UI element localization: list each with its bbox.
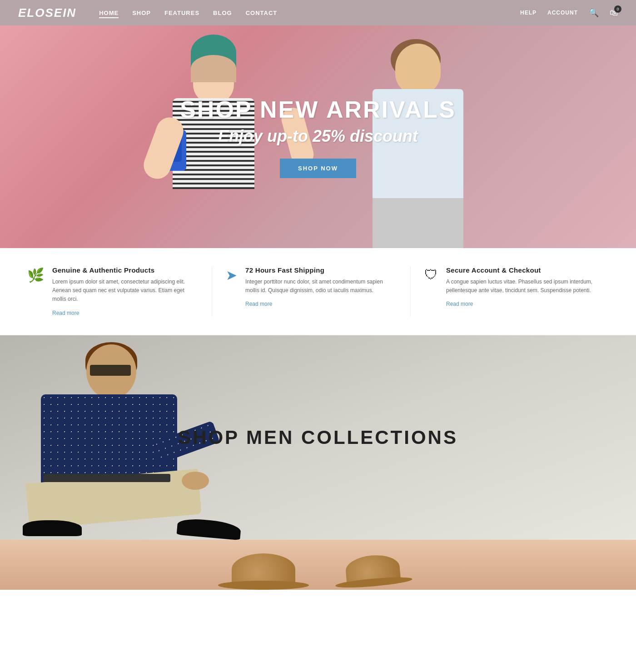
nav: HOME SHOP FEATURES BLOG CONTACT bbox=[99, 9, 277, 17]
genuine-icon: 🌿 bbox=[27, 267, 44, 283]
hero-content: SHOP NEW ARRIVALS Enjoy up-to 25% discou… bbox=[180, 96, 456, 178]
logo[interactable]: ELOSEIN bbox=[18, 6, 76, 20]
hero-title: SHOP NEW ARRIVALS bbox=[180, 96, 456, 123]
man-shoe-right bbox=[177, 518, 242, 540]
header: ELOSEIN HOME SHOP FEATURES BLOG CONTACT … bbox=[0, 0, 636, 25]
features-bar: 🌿 Genuine & Authentic Products Lorem ips… bbox=[0, 248, 636, 335]
shipping-read-more[interactable]: Read more bbox=[245, 301, 272, 307]
hat-decoration-right bbox=[333, 544, 413, 589]
search-icon: 🔍 bbox=[589, 8, 599, 17]
search-button[interactable]: 🔍 bbox=[589, 8, 599, 18]
secure-icon: 🛡 bbox=[424, 267, 438, 283]
hero-section: SHOP NEW ARRIVALS Enjoy up-to 25% discou… bbox=[0, 25, 636, 248]
man-col-belt bbox=[43, 474, 170, 482]
account-link[interactable]: ACCOUNT bbox=[547, 10, 578, 16]
men-collection-title-wrapper: SHOP MEN COLLECTIONS bbox=[178, 427, 458, 448]
man-shoe-left bbox=[23, 520, 82, 536]
peach-section bbox=[0, 540, 636, 590]
feature-genuine: 🌿 Genuine & Authentic Products Lorem ips… bbox=[27, 266, 212, 317]
shipping-icon: ➤ bbox=[226, 267, 237, 283]
feature-secure: 🛡 Secure Account & Checkout A congue sap… bbox=[424, 266, 609, 317]
feature-secure-content: Secure Account & Checkout A congue sapie… bbox=[446, 266, 595, 308]
nav-shop[interactable]: SHOP bbox=[132, 10, 151, 16]
feature-shipping: ➤ 72 Hours Fast Shipping Integer porttit… bbox=[226, 266, 411, 317]
nav-contact[interactable]: CONTACT bbox=[246, 10, 278, 16]
man-col-hand bbox=[182, 472, 209, 490]
man-head bbox=[395, 44, 441, 94]
secure-read-more[interactable]: Read more bbox=[446, 301, 473, 307]
secure-title: Secure Account & Checkout bbox=[446, 266, 595, 274]
shop-now-button[interactable]: SHOP NOW bbox=[280, 159, 356, 178]
hat-decoration-left bbox=[218, 544, 309, 590]
man-col-glasses bbox=[90, 365, 131, 376]
shipping-text: Integer porttitor nunc dolor, sit amet c… bbox=[245, 278, 397, 295]
hero-subtitle: Enjoy up-to 25% discount bbox=[180, 127, 456, 146]
nav-home[interactable]: HOME bbox=[99, 10, 119, 18]
cart-badge: 0 bbox=[614, 5, 621, 13]
genuine-title: Genuine & Authentic Products bbox=[52, 266, 198, 274]
feature-shipping-content: 72 Hours Fast Shipping Integer porttitor… bbox=[245, 266, 397, 308]
nav-blog[interactable]: BLOG bbox=[213, 10, 232, 16]
header-right: HELP ACCOUNT 🔍 🛍 0 bbox=[520, 8, 618, 18]
men-collection-section: SHOP MEN COLLECTIONS bbox=[0, 335, 636, 540]
secure-text: A congue sapien luctus vitae. Phasellus … bbox=[446, 278, 595, 295]
feature-genuine-content: Genuine & Authentic Products Lorem ipsum… bbox=[52, 266, 198, 317]
help-link[interactable]: HELP bbox=[520, 10, 537, 16]
men-collection-title: SHOP MEN COLLECTIONS bbox=[178, 427, 458, 448]
nav-features[interactable]: FEATURES bbox=[164, 10, 199, 16]
shipping-title: 72 Hours Fast Shipping bbox=[245, 266, 397, 274]
cart-button[interactable]: 🛍 0 bbox=[610, 8, 618, 18]
genuine-read-more[interactable]: Read more bbox=[52, 310, 79, 316]
genuine-text: Lorem ipsum dolor sit amet, consectetur … bbox=[52, 278, 198, 304]
hat-brim bbox=[218, 581, 309, 590]
